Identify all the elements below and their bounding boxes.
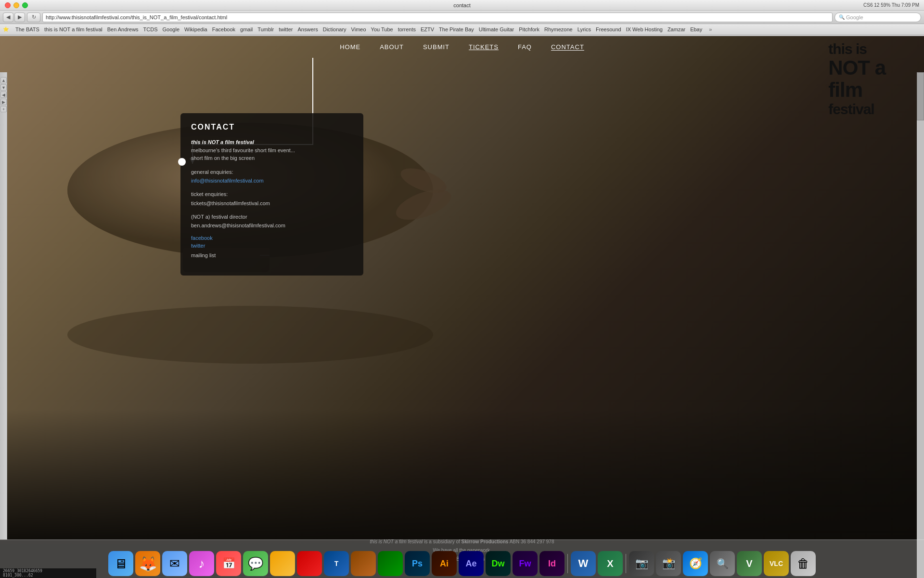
contact-desc-line1: melbourne's third favourite short film e… <box>191 146 353 155</box>
general-label: general enquiries: <box>191 168 353 176</box>
address-bar[interactable]: http://www.thisisnotafilmfestival.com/th… <box>42 13 833 22</box>
general-email[interactable]: info@thisisnotafilmfestival.com <box>191 178 264 184</box>
contact-description: this is NOT a film festival melbourne's … <box>191 138 353 162</box>
search-bar[interactable]: 🔍 Google <box>834 13 921 22</box>
more-bookmarks[interactable]: » <box>709 26 712 32</box>
dock-fireworks[interactable]: Fw <box>513 551 538 576</box>
dock-separator <box>567 554 568 573</box>
dock-mail[interactable]: ✉ <box>162 551 187 576</box>
mailing-list-link[interactable]: mailing list <box>191 252 216 258</box>
dock-misc3[interactable]: T <box>324 551 349 576</box>
dock-dreamweaver[interactable]: Dw <box>486 551 511 576</box>
bookmark-twitter[interactable]: twitter <box>279 26 293 32</box>
dock-ical[interactable]: 📅 <box>216 551 241 576</box>
dock-firefox[interactable]: 🦊 <box>135 551 160 576</box>
nav-submit[interactable]: SUBMIT <box>423 43 449 51</box>
dock-safari[interactable]: 🧭 <box>683 551 708 576</box>
bookmark-zamzar[interactable]: Zamzar <box>667 26 685 32</box>
logo-line3: film <box>828 79 886 101</box>
back-button[interactable]: ◀ <box>3 13 13 22</box>
contact-director: (NOT a) festival director ben.andrews@th… <box>191 213 353 230</box>
bookmark-freesound[interactable]: Freesound <box>596 26 621 32</box>
dock-misc2[interactable] <box>297 551 322 576</box>
bookmark-youtube[interactable]: You Tube <box>371 26 393 32</box>
contact-social: facebook twitter mailing list <box>191 235 353 259</box>
dock-photoshop[interactable]: Ps <box>405 551 430 576</box>
bookmark-piratesbay[interactable]: The Pirate Bay <box>439 26 474 32</box>
ticket-label: ticket enquiries: <box>191 190 353 198</box>
nav-faq[interactable]: FAQ <box>518 43 532 51</box>
dock-misc7[interactable]: VLC <box>764 551 789 576</box>
search-placeholder: Google <box>846 14 863 20</box>
scrollbar-thumb[interactable] <box>917 72 924 120</box>
dock-misc5[interactable] <box>378 551 403 576</box>
ticket-email[interactable]: tickets@thisisnotafilmfestival.com <box>191 200 270 206</box>
dock-spotlight[interactable]: 🔍 <box>710 551 735 576</box>
title-text: contact <box>453 2 470 8</box>
dock-adium[interactable]: 💬 <box>243 551 268 576</box>
director-email[interactable]: ben.andrews@thisisnotafilmfestival.com <box>191 223 285 228</box>
bookmark-tumblr[interactable]: Tumblr <box>257 26 274 32</box>
system-info: CS6 12 59% Thu 7:09 PM <box>863 2 919 8</box>
logo-line4: festival <box>828 101 886 117</box>
twitter-link[interactable]: twitter <box>191 243 353 249</box>
bookmark-dictionary[interactable]: Dictionary <box>323 26 346 32</box>
bookmark-gmail[interactable]: gmail <box>240 26 253 32</box>
side-arrow-left[interactable]: ◀ <box>0 92 7 98</box>
bookmark-thebats[interactable]: The BATS <box>15 26 39 32</box>
dock-indesign[interactable]: Id <box>539 551 565 576</box>
dock-illustrator[interactable]: Ai <box>432 551 457 576</box>
nav-tickets[interactable]: TICKETS <box>469 43 499 51</box>
bookmark-torrents[interactable]: torrents <box>398 26 416 32</box>
bookmark-ultimateguitar[interactable]: Ultimate Guitar <box>479 26 514 32</box>
nav-about[interactable]: ABOUT <box>380 43 404 51</box>
bookmark-pitchfork[interactable]: Pitchfork <box>519 26 539 32</box>
background-image <box>0 36 924 578</box>
dock-misc1[interactable] <box>270 551 295 576</box>
dock-itunes[interactable]: ♪ <box>189 551 214 576</box>
bookmark-ebay[interactable]: Ebay <box>690 26 702 32</box>
nav-buttons: ◀ ▶ <box>3 13 25 22</box>
contact-desc-italic: this is NOT a film festival <box>191 139 254 145</box>
dock-finder[interactable]: 🖥 <box>108 551 133 576</box>
side-arrow-down[interactable]: ▼ <box>0 84 7 91</box>
bookmark-vimeo[interactable]: Vimeo <box>351 26 366 32</box>
dock-trash[interactable]: 🗑 <box>791 551 816 576</box>
nav-home[interactable]: HOME <box>340 43 360 51</box>
reload-button[interactable]: ↻ <box>27 13 40 22</box>
nav-contact[interactable]: CONTACT <box>551 43 584 51</box>
facebook-link[interactable]: facebook <box>191 235 353 241</box>
bookmark-notafilmfest[interactable]: this is NOT a film festival <box>44 26 103 32</box>
close-button[interactable] <box>5 2 11 8</box>
site-navigation: HOME ABOUT SUBMIT TICKETS FAQ CONTACT <box>0 43 924 51</box>
bookmark-benandrews[interactable]: Ben Andrews <box>107 26 139 32</box>
bookmark-tcds[interactable]: TCDS <box>143 26 158 32</box>
scrollbar[interactable] <box>917 72 924 578</box>
side-arrow-up[interactable]: ▲ <box>0 77 7 83</box>
dock-separator2 <box>626 554 626 573</box>
mac-chrome: contact CS6 12 59% Thu 7:09 PM ◀ ▶ ↻ htt… <box>0 0 924 36</box>
bookmark-rhymezone[interactable]: Rhymezone <box>544 26 573 32</box>
forward-button[interactable]: ▶ <box>14 13 25 22</box>
bookmark-facebook[interactable]: Facebook <box>212 26 235 32</box>
bookmark-ixwebhosting[interactable]: IX Web Hosting <box>626 26 663 32</box>
bookmark-answers[interactable]: Answers <box>298 26 318 32</box>
dock-excel[interactable]: X <box>598 551 623 576</box>
dock-word[interactable]: W <box>571 551 596 576</box>
bookmark-google[interactable]: Google <box>163 26 180 32</box>
maximize-button[interactable] <box>22 2 28 8</box>
side-arrow-right[interactable]: ▶ <box>0 99 7 105</box>
dock-photos[interactable]: 📸 <box>656 551 681 576</box>
minimize-button[interactable] <box>13 2 19 8</box>
dock-misc4[interactable] <box>351 551 376 576</box>
dock-aftereffects[interactable]: Ae <box>459 551 484 576</box>
bookmark-eztv[interactable]: EZTV <box>421 26 434 32</box>
dock-camera[interactable]: 📷 <box>629 551 654 576</box>
contact-box: CONTACT this is NOT a film festival melb… <box>180 113 363 276</box>
title-bar: contact CS6 12 59% Thu 7:09 PM <box>0 0 924 11</box>
logo-line1: this is <box>828 41 886 57</box>
bookmark-wikipedia[interactable]: Wikipedia <box>184 26 207 32</box>
bookmark-lyrics[interactable]: Lyrics <box>578 26 591 32</box>
side-arrow-expand[interactable]: + <box>0 106 7 112</box>
dock-misc6[interactable]: V <box>737 551 762 576</box>
